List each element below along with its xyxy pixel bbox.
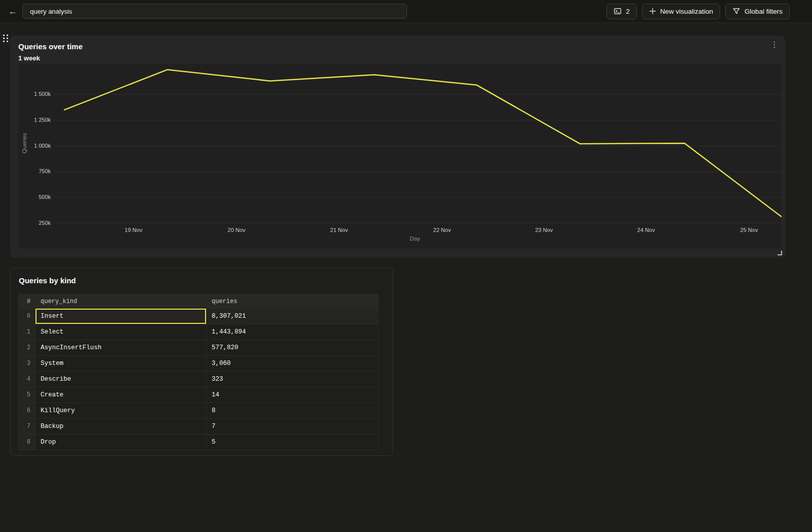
chart-subtitle: 1 week: [18, 54, 40, 62]
y-tick-label: 500k: [39, 194, 51, 200]
y-tick-label: 1 500k: [34, 91, 51, 97]
table-row: 1Select1,443,894: [19, 324, 378, 340]
row-index-cell: 1: [19, 324, 36, 340]
terminal-icon: [614, 7, 622, 15]
queries-by-kind-table: # query_kind queries 0Insert8,307,0211Se…: [18, 294, 379, 450]
table-row: 8Drop5: [19, 435, 378, 450]
global-filters-button[interactable]: Global filters: [725, 4, 790, 19]
console-count-button[interactable]: 2: [606, 4, 637, 19]
column-header-query-kind[interactable]: query_kind: [36, 294, 207, 309]
x-tick-label: 24 Nov: [637, 227, 655, 233]
card-resize-handle[interactable]: [777, 251, 782, 255]
y-tick-label: 250k: [39, 220, 51, 226]
y-tick-label: 1 250k: [34, 117, 51, 123]
x-tick-label: 19 Nov: [125, 227, 143, 233]
queries-count-cell[interactable]: 3,060: [207, 356, 378, 372]
row-index-cell: 4: [19, 372, 36, 387]
queries-count-cell[interactable]: 1,443,894: [207, 324, 378, 340]
x-axis-title: Day: [410, 236, 420, 242]
row-index-cell: 6: [19, 403, 36, 419]
queries-count-cell[interactable]: 8,307,021: [207, 309, 378, 324]
query-kind-cell[interactable]: KillQuery: [36, 403, 207, 419]
queries-line-chart[interactable]: 250k500k750k1 000k1 250k1 500kQueries19 …: [18, 63, 782, 249]
table-title: Queries by kind: [19, 276, 76, 285]
queries-count-cell[interactable]: 323: [207, 372, 378, 387]
row-index-cell: 3: [19, 356, 36, 372]
column-header-index[interactable]: #: [19, 294, 36, 309]
new-visualization-label: New visualization: [660, 8, 713, 15]
table-row: 0Insert8,307,021: [19, 309, 378, 324]
queries-count-cell[interactable]: 577,820: [207, 340, 378, 356]
query-kind-cell[interactable]: Drop: [36, 435, 207, 450]
global-filters-label: Global filters: [745, 8, 783, 15]
query-kind-cell[interactable]: Create: [36, 387, 207, 403]
card-drag-handle-icon[interactable]: [3, 35, 10, 43]
row-index-cell: 8: [19, 435, 36, 450]
column-header-queries[interactable]: queries: [207, 294, 378, 309]
table-row: 5Create14: [19, 387, 378, 403]
funnel-icon: [732, 7, 740, 15]
x-tick-label: 22 Nov: [433, 227, 451, 233]
queries-by-kind-card: Queries by kind # query_kind queries 0In…: [10, 268, 393, 456]
query-kind-cell[interactable]: Backup: [36, 419, 207, 435]
query-kind-cell[interactable]: AsyncInsertFlush: [36, 340, 207, 356]
card-menu-kebab-icon[interactable]: ⋮: [769, 39, 780, 50]
table-row: 7Backup7: [19, 419, 378, 435]
plus-icon: [649, 8, 656, 15]
back-arrow-icon: ←: [8, 6, 17, 17]
back-button[interactable]: ←: [6, 5, 19, 18]
query-kind-cell[interactable]: System: [36, 356, 207, 372]
y-tick-label: 1 000k: [34, 143, 51, 149]
row-index-cell: 7: [19, 419, 36, 435]
row-index-cell: 0: [19, 309, 36, 324]
y-axis-title: Queries: [21, 133, 27, 154]
queries-count-cell[interactable]: 14: [207, 387, 378, 403]
console-count-label: 2: [626, 8, 630, 15]
queries-series-line[interactable]: [64, 70, 782, 217]
row-index-cell: 5: [19, 387, 36, 403]
new-visualization-button[interactable]: New visualization: [642, 4, 720, 19]
query-kind-cell[interactable]: Select: [36, 324, 207, 340]
queries-count-cell[interactable]: 5: [207, 435, 378, 450]
chart-title: Queries over time: [18, 42, 83, 51]
queries-count-cell[interactable]: 7: [207, 419, 378, 435]
topbar-actions: 2 New visualization Global filters: [606, 4, 790, 19]
query-kind-cell[interactable]: Insert: [36, 309, 207, 324]
table-header-row: # query_kind queries: [19, 294, 378, 309]
x-tick-label: 21 Nov: [330, 227, 348, 233]
dashboard-title-input[interactable]: [22, 4, 407, 19]
query-kind-cell[interactable]: Describe: [36, 372, 207, 387]
row-index-cell: 2: [19, 340, 36, 356]
table-row: 6KillQuery8: [19, 403, 378, 419]
table-row: 2AsyncInsertFlush577,820: [19, 340, 378, 356]
x-tick-label: 25 Nov: [740, 227, 758, 233]
table-row: 3System3,060: [19, 356, 378, 372]
x-tick-label: 20 Nov: [228, 227, 246, 233]
y-tick-label: 750k: [39, 168, 51, 174]
top-bar: ← 2 New visualization Global filters: [0, 0, 812, 23]
chart-plot-area: 250k500k750k1 000k1 250k1 500kQueries19 …: [18, 63, 782, 249]
queries-over-time-card: Queries over time 1 week ⋮ 250k500k750k1…: [10, 36, 785, 258]
queries-by-kind-table-body: 0Insert8,307,0211Select1,443,8942AsyncIn…: [19, 309, 378, 450]
queries-count-cell[interactable]: 8: [207, 403, 378, 419]
table-row: 4Describe323: [19, 372, 378, 387]
x-tick-label: 23 Nov: [535, 227, 553, 233]
